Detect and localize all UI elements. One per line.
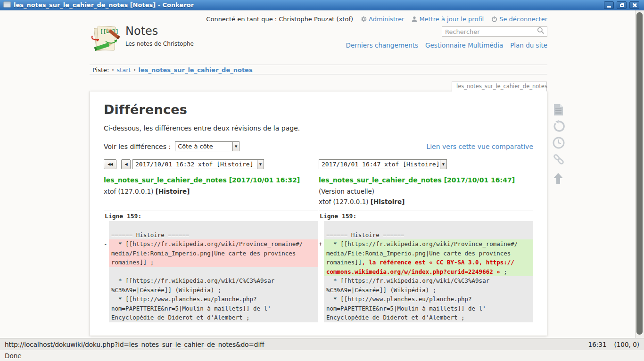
compare-view-link[interactable]: Lien vers cette vue comparative (426, 143, 533, 150)
old-revision-editor: xtof (127.0.0.1) (104, 188, 156, 195)
diff-text: ====== Histoire ====== (109, 221, 318, 239)
chevron-down-icon: ▼ (232, 142, 239, 151)
admin-link-label: Administrer (369, 16, 404, 23)
old-revision-select[interactable]: 2017/10/01 16:32 xtof [Histoire] ▼ (132, 159, 264, 169)
old-revision-select-value: 2017/10/01 16:32 xtof [Histoire] (133, 160, 257, 169)
media-manager-link[interactable]: Gestionnaire Multimédia (425, 41, 503, 49)
window-title: les_notes_sur_le_cahier_de_notes [Notes]… (14, 1, 194, 8)
new-revision-header: les_notes_sur_le_cahier_de_notes [2017/1… (319, 175, 533, 205)
show-page-button[interactable] (553, 104, 565, 116)
site-title[interactable]: Notes (125, 25, 194, 38)
old-revisions-button[interactable] (553, 137, 565, 149)
site-tagline: Les notes de Christophe (125, 41, 194, 47)
arrow-up-icon (553, 172, 564, 185)
previous-revision-button[interactable]: ◀ (121, 159, 131, 169)
breadcrumb-separator: • (131, 67, 139, 73)
document-icon (553, 104, 564, 116)
diff-column-new: Ligne 159: ====== Histoire ======+ * [[h… (319, 211, 533, 322)
minimize-button[interactable] (604, 1, 614, 9)
search-icon[interactable] (537, 27, 545, 36)
breadcrumb-label: Piste: (92, 66, 109, 74)
status-clock: 16:31 (588, 341, 607, 348)
chevron-down-icon: ▼ (257, 160, 264, 169)
diff-line-header: Ligne 159: (104, 211, 318, 221)
page-tools (553, 104, 565, 185)
gear-icon (361, 16, 367, 22)
diff-view-select[interactable]: Côte à côte ▼ (175, 141, 239, 151)
status-bar: http://localhost/dokuwiki/doku.php?id=le… (0, 338, 644, 350)
new-revision-editor: xtof (127.0.0.1) (319, 198, 371, 205)
diff-text: * [[https://fr.wikipedia.org/wiki/Provin… (324, 239, 533, 276)
breadcrumb-start-link[interactable]: start (116, 66, 131, 74)
breadcrumb-page-link[interactable]: les_notes_sur_le_cahier_de_notes (139, 66, 253, 74)
new-revision-select[interactable]: 2017/10/01 16:47 xtof [Histoire] ▼ (319, 159, 447, 169)
diff-table: Ligne 159: ====== Histoire ======- * [[h… (104, 211, 533, 322)
diff-block-added: + * [[https://fr.wikipedia.org/wiki/Prov… (319, 239, 533, 276)
revision-nav: ◀◀ ◀ 2017/10/01 16:32 xtof [Histoire] ▼ … (104, 159, 533, 169)
first-revision-button[interactable]: ◀◀ (104, 159, 116, 169)
diff-marker: - (104, 239, 109, 267)
minimize-icon (607, 6, 611, 8)
diff-text: ====== Histoire ====== (324, 221, 533, 239)
close-icon (632, 3, 637, 8)
logout-link[interactable]: Se déconnecter (491, 16, 547, 23)
status-url: http://localhost/dokuwiki/doku.php?id=le… (5, 341, 264, 348)
chevron-down-icon: ▼ (440, 160, 446, 169)
conkeror-window: les_notes_sur_le_cahier_de_notes [Notes]… (0, 0, 644, 361)
search-box (442, 26, 547, 37)
restore-icon (620, 4, 624, 7)
diff-text: * [[https://fr.wikipedia.org/wiki/C%C3%A… (109, 267, 318, 322)
diff-marker (319, 276, 324, 322)
diff-marker (319, 221, 324, 239)
current-version-label: (Version actuelle) (319, 188, 528, 195)
restore-button[interactable] (617, 1, 627, 9)
vertical-scrollbar[interactable] (635, 10, 644, 338)
revert-button[interactable] (553, 120, 565, 132)
content-panel: Différences Ci-dessous, les différences … (90, 91, 547, 336)
old-revision-history: [Histoire] (156, 188, 190, 195)
diff-line-header: Ligne 159: (319, 211, 533, 221)
diff-text: * [[https://fr.wikipedia.org/wiki/Provin… (109, 239, 318, 267)
diff-marker (104, 267, 109, 322)
chain-icon (553, 153, 565, 165)
echo-area: Done (0, 350, 644, 361)
new-revision-history: [Histoire] (371, 198, 405, 205)
logout-link-label: Se déconnecter (499, 16, 547, 23)
sitemap-link[interactable]: Plan du site (510, 41, 547, 49)
user-bar: Connecté en tant que : Christophe Pouzat… (206, 16, 547, 23)
dokuwiki-logo[interactable]: [[DW]] (90, 23, 121, 55)
scrollbar-thumb[interactable] (636, 12, 643, 335)
old-revision-link[interactable]: les_notes_sur_le_cahier_de_notes [2017/1… (104, 176, 300, 184)
browser-viewport: Connecté en tant que : Christophe Pouzat… (0, 10, 644, 338)
site-tools: Derniers changements Gestionnaire Multim… (346, 41, 547, 49)
diff-marker (104, 221, 109, 239)
update-profile-link-label: Mettre à jour le profil (419, 16, 484, 23)
diff-column-old: Ligne 159: ====== Histoire ======- * [[h… (104, 211, 318, 322)
diff-view-select-value: Côte à côte (175, 142, 232, 151)
diff-text: * [[https://fr.wikipedia.org/wiki/C%C3%A… (324, 276, 533, 322)
wiki-page: Connecté en tant que : Christophe Pouzat… (90, 10, 547, 338)
diff-block-context: ====== Histoire ====== (319, 221, 533, 239)
old-revision-header: les_notes_sur_le_cahier_de_notes [2017/1… (104, 175, 319, 205)
revert-icon (553, 120, 565, 132)
diff-block-context: * [[https://fr.wikipedia.org/wiki/C%C3%A… (104, 267, 318, 322)
diff-block-deleted: - * [[https://fr.wikipedia.org/wiki/Prov… (104, 239, 318, 267)
new-revision-select-value: 2017/10/01 16:47 xtof [Histoire] (319, 160, 440, 169)
recent-changes-link[interactable]: Derniers changements (346, 41, 419, 49)
diff-block-context: ====== Histoire ====== (104, 221, 318, 239)
power-icon (491, 16, 497, 22)
backlinks-button[interactable] (553, 153, 565, 165)
breadcrumb: Piste:•start•les_notes_sur_le_cahier_de_… (90, 65, 547, 74)
update-profile-link[interactable]: Mettre à jour le profil (412, 16, 484, 23)
back-to-top-button[interactable] (553, 172, 565, 185)
diff-block-context: * [[https://fr.wikipedia.org/wiki/C%C3%A… (319, 276, 533, 322)
breadcrumb-separator: • (109, 67, 116, 73)
diff-marker: + (319, 239, 324, 276)
search-input[interactable] (442, 28, 537, 35)
close-button[interactable] (629, 1, 639, 9)
admin-link[interactable]: Administrer (361, 16, 404, 23)
status-scroll-position: (100, 0) (614, 341, 639, 348)
new-revision-link[interactable]: les_notes_sur_le_cahier_de_notes [2017/1… (319, 176, 515, 184)
clock-icon (553, 137, 565, 149)
logged-in-text: Connecté en tant que : Christophe Pouzat… (206, 16, 353, 23)
